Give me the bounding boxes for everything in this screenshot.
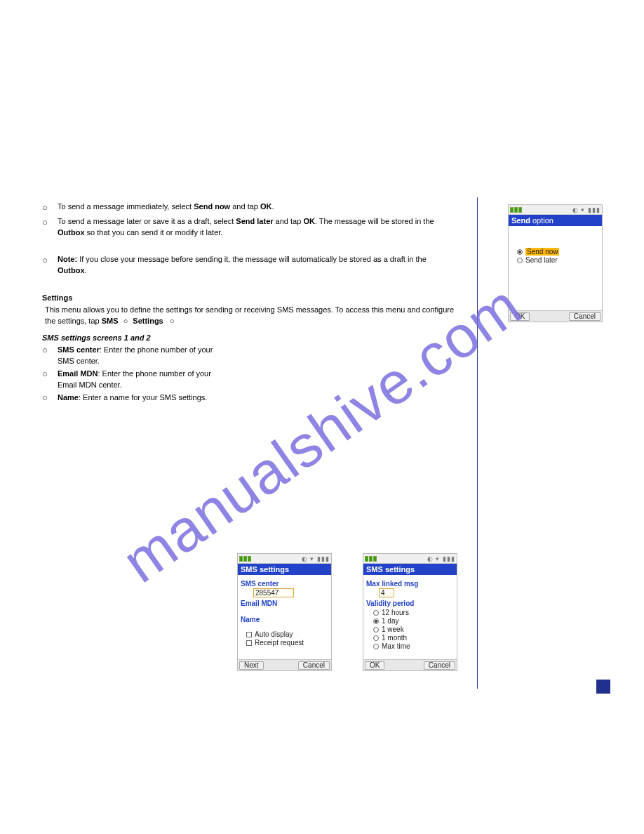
status-bar: ◐ ▾ ▮▮▮ (238, 554, 331, 564)
max-linked-field[interactable]: 4 (379, 588, 394, 597)
bullet-ring-icon: ○ (42, 254, 58, 267)
radio-send-later[interactable]: Send later (511, 256, 599, 264)
ok-button[interactable]: OK (510, 312, 530, 321)
sms-center-field[interactable]: 285547 (253, 588, 294, 597)
cancel-button[interactable]: Cancel (569, 312, 601, 321)
bullet-ring-icon: ○ (42, 392, 58, 403)
radio-label: Send now (525, 248, 559, 256)
phone-sms-settings-1: ◐ ▾ ▮▮▮ SMS settings SMS center 285547 E… (237, 553, 332, 671)
radio-label: 12 hours (382, 609, 409, 616)
name-label: Name (241, 616, 328, 623)
bullet-ring-icon: ○ (42, 201, 58, 215)
bullet-ring-icon: ○ (42, 216, 58, 230)
radio-icon (373, 627, 379, 633)
note-line: Note: If you close your message before s… (58, 254, 456, 277)
sms-center-line: SMS center: Enter the phone number of yo… (58, 345, 230, 367)
phone-sms-settings-2: ◐ ▾ ▮▮▮ SMS settings Max linked msg 4 Va… (363, 553, 457, 671)
max-linked-label: Max linked msg (366, 580, 454, 588)
screen-title: Sendoption (509, 215, 602, 226)
signal-icons: ◐ ▾ ▮▮▮ (427, 555, 455, 562)
sms-center-label: SMS center (241, 580, 328, 588)
email-mdn-line: Email MDN: Enter the phone number of you… (58, 369, 230, 391)
status-bar: ◐ ▾ ▮▮▮ (509, 205, 602, 215)
send-later-line: To send a message later or save it as a … (58, 216, 456, 239)
phone-send-option: ◐ ▾ ▮▮▮ Sendoption Send now Send later O… (508, 204, 603, 322)
signal-icons: ◐ ▾ ▮▮▮ (302, 555, 330, 562)
checkbox-receipt-request[interactable]: Receipt request (243, 639, 328, 647)
radio-label: Send later (525, 256, 558, 264)
status-bar: ◐ ▾ ▮▮▮ (363, 554, 457, 564)
settings-intro: This menu allows you to define the setti… (45, 305, 459, 327)
radio-label: 1 day (382, 617, 398, 625)
checkbox-icon (246, 632, 252, 637)
validity-period-label: Validity period (366, 600, 454, 607)
screen-title: SMS settings (238, 564, 331, 575)
ok-button[interactable]: OK (365, 661, 384, 670)
main-text-column: ○ To send a message immediately, select … (42, 200, 470, 405)
send-now-line: To send a message immediately, select Se… (58, 201, 456, 213)
cancel-button[interactable]: Cancel (424, 661, 455, 670)
radio-icon (373, 610, 379, 616)
radio-label: Max time (382, 642, 410, 650)
bullet-ring-icon: ○ (170, 317, 175, 325)
radio-icon (517, 258, 523, 263)
sms-screens-subhead: SMS settings screens 1 and 2 (42, 333, 470, 342)
name-line: Name: Enter a name for your SMS settings… (58, 392, 230, 404)
bullet-ring-icon: ○ (42, 369, 58, 379)
radio-icon (373, 644, 379, 649)
radio-selected-icon (373, 618, 379, 624)
settings-heading: Settings (42, 293, 470, 302)
next-button[interactable]: Next (239, 661, 264, 670)
signal-icons: ◐ ▾ ▮▮▮ (572, 206, 601, 213)
screen-title: SMS settings (363, 564, 457, 575)
radio-label: 1 week (382, 626, 404, 633)
checkbox-icon (246, 640, 252, 646)
bullet-ring-icon: ○ (42, 345, 58, 355)
radio-icon (373, 635, 379, 641)
checkbox-label: Auto display (255, 630, 293, 638)
page-corner-mark (596, 680, 610, 694)
radio-1-day[interactable]: 1 day (368, 617, 454, 625)
radio-max-time[interactable]: Max time (368, 642, 454, 650)
radio-label: 1 month (382, 634, 407, 642)
radio-selected-icon (517, 249, 523, 255)
radio-12-hours[interactable]: 12 hours (368, 609, 454, 616)
checkbox-label: Receipt request (255, 639, 304, 647)
radio-send-now[interactable]: Send now (511, 248, 599, 256)
battery-icon (365, 556, 377, 562)
cancel-button[interactable]: Cancel (298, 661, 330, 670)
bullet-ring-icon: ○ (121, 317, 131, 325)
checkbox-auto-display[interactable]: Auto display (243, 630, 328, 638)
column-divider (477, 197, 478, 689)
radio-1-month[interactable]: 1 month (368, 634, 454, 642)
battery-icon (239, 556, 251, 562)
email-mdn-label: Email MDN (241, 600, 328, 607)
radio-1-week[interactable]: 1 week (368, 626, 454, 633)
battery-icon (510, 207, 522, 213)
